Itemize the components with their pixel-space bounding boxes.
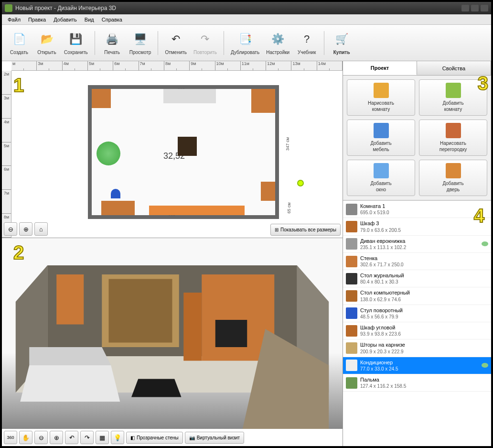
light-button[interactable]: 💡 xyxy=(111,431,124,444)
show-all-dims-button[interactable]: ⊞ Показывать все размеры xyxy=(270,224,341,236)
view-3d[interactable]: 2 xyxy=(2,238,343,446)
pan-button[interactable]: ✋ xyxy=(19,431,32,444)
menu-0[interactable]: Файл xyxy=(4,15,24,24)
action-label: Нарисовать перегородку xyxy=(439,140,467,153)
virtual-visit-button[interactable]: 📷 Виртуальный визит xyxy=(185,432,245,444)
camera-icon: 📷 xyxy=(189,435,195,440)
furniture-wardrobe[interactable] xyxy=(92,89,111,108)
toolbar-Настройки[interactable]: ⚙️Настройки xyxy=(263,29,292,57)
list-item[interactable]: Кондиционер77.0 x 33.0 x 24.5 xyxy=(343,357,491,374)
furniture-corner-br[interactable] xyxy=(261,182,275,201)
list-item[interactable]: Шкаф угловой93.9 x 93.8 x 223.6 xyxy=(343,322,491,339)
app-icon xyxy=(5,4,12,12)
menu-1[interactable]: Правка xyxy=(24,15,50,24)
object-text: Стенка302.6 x 71.7 x 250.0 xyxy=(360,255,488,268)
list-item[interactable]: Шторы на карнизе200.9 x 20.3 x 222.9 xyxy=(343,339,491,357)
window-title: Новый проект - Дизайн Интерьера 3D xyxy=(15,5,116,11)
action-button-0[interactable]: Нарисовать комнату xyxy=(347,79,415,116)
redo-3d-button[interactable]: ↷ xyxy=(80,431,94,444)
svg-rect-9 xyxy=(56,274,84,325)
action-icon xyxy=(374,163,389,178)
close-button[interactable] xyxy=(481,5,488,11)
toolbar-label: Отменить xyxy=(165,50,187,55)
menu-3[interactable]: Вид xyxy=(81,15,98,24)
object-list[interactable]: Комната 1695.0 x 519.0Шкаф 379.0 x 63.6 … xyxy=(343,200,491,446)
room-outline[interactable]: 32,52 582 347 см 489 665 159 65 см 95 15… xyxy=(88,85,279,219)
toolbar-separator xyxy=(158,31,158,55)
toolbar-Открыть[interactable]: 📂Открыть xyxy=(33,29,60,57)
list-item[interactable]: Диван еврокнижка235.1 x 113.1 x 102.2 xyxy=(343,236,491,253)
list-item[interactable]: Комната 1695.0 x 519.0 xyxy=(343,201,491,218)
home-button[interactable]: ⌂ xyxy=(34,222,48,236)
action-button-1[interactable]: Добавить комнату xyxy=(419,79,487,116)
tab-project[interactable]: Проект xyxy=(343,61,417,75)
toolbar-Купить[interactable]: 🛒Купить xyxy=(328,29,355,57)
rotate-360-button[interactable]: 360 xyxy=(4,431,17,444)
minimize-button[interactable] xyxy=(461,5,469,11)
toolbar-Печать[interactable]: 🖨️Печать xyxy=(99,29,126,57)
ruler-tick: 14м xyxy=(317,61,343,70)
badge-1: 1 xyxy=(13,75,24,96)
object-dims: 77.0 x 33.0 x 24.5 xyxy=(360,366,480,372)
furniture-corner-wardrobe[interactable] xyxy=(251,89,275,113)
object-text: Шкаф угловой93.9 x 93.8 x 223.6 xyxy=(360,324,488,337)
ruler-tick: м xyxy=(11,61,37,70)
toolbar-Дублировать[interactable]: 📑Дублировать xyxy=(228,29,262,57)
furniture-wall-unit[interactable] xyxy=(149,206,245,215)
action-button-4[interactable]: Добавить окно xyxy=(347,160,415,196)
grid-button[interactable]: ▦ xyxy=(96,431,109,444)
toolbar-label: Просмотр xyxy=(129,50,151,55)
ruler-tick: 5м xyxy=(88,61,113,70)
toolbar-Повторить[interactable]: ↷Повторить xyxy=(191,29,220,57)
object-name: Комната 1 xyxy=(360,203,488,209)
toolbar-Учебник[interactable]: ?Учебник xyxy=(293,29,320,57)
zoom-out-button[interactable]: ⊖ xyxy=(4,222,17,236)
furniture-sofa-top[interactable] xyxy=(163,89,216,103)
toolbar-Сохранить[interactable]: 💾Сохранить xyxy=(61,29,91,57)
object-dims: 79.0 x 63.6 x 200.5 xyxy=(360,227,488,233)
ruler-tick: 6м xyxy=(113,61,139,70)
zoom-in-3d-button[interactable]: ⊕ xyxy=(50,431,63,444)
selection-handle[interactable] xyxy=(297,180,304,186)
toolbar-icon: ↷ xyxy=(196,31,214,48)
action-button-5[interactable]: Добавить дверь xyxy=(419,160,487,196)
list-item[interactable]: Стул поворотный48.5 x 56.6 x 79.9 xyxy=(343,305,491,322)
list-item[interactable]: Шкаф 379.0 x 63.6 x 200.5 xyxy=(343,218,491,235)
object-dims: 127.4 x 116.2 x 158.5 xyxy=(360,383,488,389)
toolbar-Создать[interactable]: 📄Создать xyxy=(6,29,32,57)
action-button-3[interactable]: Нарисовать перегородку xyxy=(419,120,487,156)
svg-rect-5 xyxy=(109,279,172,343)
list-item[interactable]: Стенка302.6 x 71.7 x 250.0 xyxy=(343,253,491,270)
list-item[interactable]: Пальма127.4 x 116.2 x 158.5 xyxy=(343,374,491,392)
menu-2[interactable]: Добавить xyxy=(50,15,81,24)
canvas-2d[interactable]: 32,52 582 347 см 489 665 159 65 см 95 15… xyxy=(11,71,343,219)
badge-3: 3 xyxy=(478,73,488,94)
object-name: Диван еврокнижка xyxy=(360,238,480,244)
list-item[interactable]: Стол компьютерный138.0 x 62.9 x 74.6 xyxy=(343,287,491,305)
panel-tabs: Проект Свойства xyxy=(343,61,491,76)
action-icon xyxy=(446,83,461,98)
furniture-chair[interactable] xyxy=(111,189,120,198)
furniture-palm[interactable] xyxy=(96,142,120,165)
toolbar-Отменить[interactable]: ↶Отменить xyxy=(162,29,190,57)
toolbar-Просмотр[interactable]: 🖥️Просмотр xyxy=(127,29,154,57)
transparent-walls-button[interactable]: ◧ Прозрачные стены xyxy=(126,432,183,444)
action-icon xyxy=(446,163,461,178)
canvas-3d[interactable] xyxy=(2,238,343,429)
furniture-desk[interactable] xyxy=(101,201,135,215)
ruler-tick: 10м xyxy=(215,61,241,70)
toolbar-separator xyxy=(324,31,324,55)
view3d-controls: 360 ✋ ⊖ ⊕ ↶ ↷ ▦ 💡 ◧ Прозрачные стены 📷 В… xyxy=(4,431,341,444)
visibility-eye-icon[interactable] xyxy=(482,241,488,246)
furniture-coffee-table[interactable] xyxy=(178,137,197,156)
maximize-button[interactable] xyxy=(471,5,479,11)
zoom-in-button[interactable]: ⊕ xyxy=(19,222,32,236)
plan-view-2d[interactable]: 1 м3м4м5м6м7м8м9м10м11м12м13м14м 2м3м4м5… xyxy=(2,61,343,238)
list-item[interactable]: Стол журнальный80.4 x 80.1 x 30.3 xyxy=(343,270,491,287)
action-button-2[interactable]: Добавить мебель xyxy=(347,120,415,156)
zoom-out-3d-button[interactable]: ⊖ xyxy=(34,431,48,444)
object-text: Кондиционер77.0 x 33.0 x 24.5 xyxy=(360,359,480,372)
menu-4[interactable]: Справка xyxy=(98,15,126,24)
undo-3d-button[interactable]: ↶ xyxy=(65,431,78,444)
visibility-eye-icon[interactable] xyxy=(482,363,488,368)
